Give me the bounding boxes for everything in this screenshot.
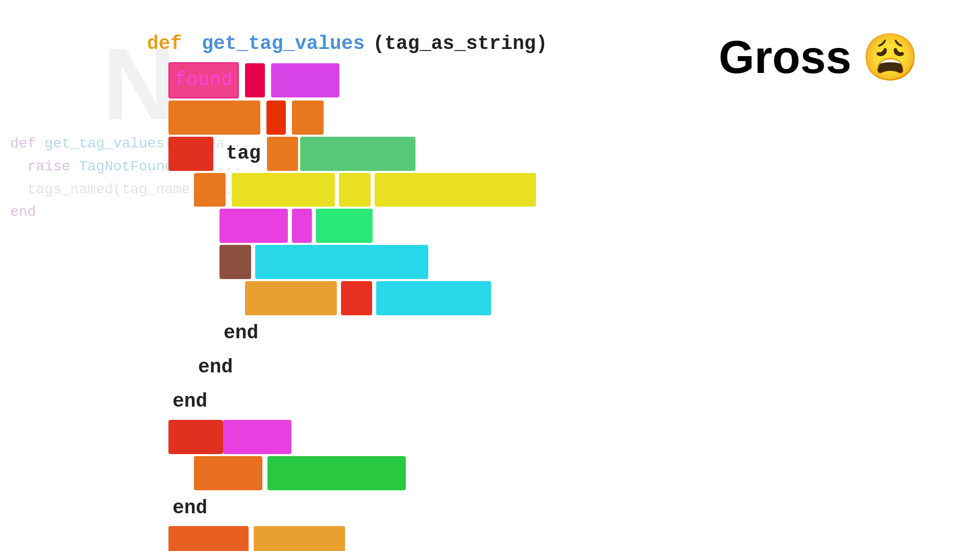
token-true: true bbox=[316, 209, 373, 243]
code-line-found-false: found = false bbox=[168, 62, 552, 98]
token-params: (tag_as_string) bbox=[369, 28, 551, 60]
code-line-end-1: end bbox=[219, 317, 552, 349]
token-tag-name: tag.name bbox=[232, 173, 335, 207]
token-results-ret: results bbox=[254, 526, 346, 551]
code-display: def get_tag_values (tag_as_string) found… bbox=[143, 28, 552, 551]
code-line-found-true: found = true bbox=[219, 209, 552, 243]
token-eq-2: = bbox=[266, 101, 286, 135]
code-line-results-push: results << tag.value bbox=[245, 281, 552, 315]
gross-emoji: 😩 bbox=[862, 31, 919, 84]
code-line-raise: raise TagNotFound bbox=[194, 456, 552, 490]
token-end-4: end bbox=[168, 492, 211, 524]
code-line-if-nil: if tag.value.nil? bbox=[219, 245, 552, 279]
token-tag-as-string: tag_as_string bbox=[375, 173, 536, 207]
token-end-1: end bbox=[219, 317, 262, 349]
code-line-return: return results bbox=[168, 526, 552, 551]
token-if-2: if bbox=[219, 245, 251, 279]
token-shovel: << bbox=[341, 281, 373, 315]
code-line-results-init: results = [] bbox=[168, 101, 552, 135]
code-line-end-3: end bbox=[168, 386, 552, 418]
token-if-1: if bbox=[194, 173, 226, 207]
token-results-1: results bbox=[168, 101, 260, 135]
token-found-1: found bbox=[168, 62, 239, 98]
token-found-3: found bbox=[223, 420, 291, 454]
token-return: return bbox=[168, 526, 249, 551]
code-line-end-2: end bbox=[194, 352, 552, 384]
token-if-bang: if ! bbox=[168, 420, 223, 454]
token-arr: [] bbox=[292, 101, 324, 135]
token-found-2: found bbox=[219, 209, 288, 243]
code-line-def: def get_tag_values (tag_as_string) bbox=[143, 28, 552, 60]
token-end-3: end bbox=[168, 386, 211, 418]
code-line-if-found: if ! found bbox=[168, 420, 552, 454]
token-in: in bbox=[267, 137, 299, 171]
token-tag-value: tag.value bbox=[376, 281, 491, 315]
token-funcname: get_tag_values bbox=[198, 28, 369, 60]
token-for: for bbox=[168, 137, 213, 171]
token-raise: raise bbox=[194, 456, 262, 490]
code-line-if-tagname: if tag.name == tag_as_string bbox=[194, 173, 552, 207]
token-def: def bbox=[143, 28, 198, 60]
token-eqeq: == bbox=[339, 173, 371, 207]
token-eq-1: = bbox=[245, 63, 265, 97]
token-tag-1: tag bbox=[222, 138, 264, 170]
token-self-tags: self.tags bbox=[300, 137, 415, 171]
token-tagnotfound: TagNotFound bbox=[267, 456, 406, 490]
token-eq-3: = bbox=[292, 209, 312, 243]
token-results-2: results bbox=[245, 281, 337, 315]
token-end-2: end bbox=[194, 352, 237, 384]
token-tag-value-nil: tag.value.nil? bbox=[255, 245, 428, 279]
gross-text: Gross bbox=[719, 31, 851, 84]
code-line-for: for tag in self.tags bbox=[168, 137, 552, 171]
token-false: false bbox=[271, 63, 339, 97]
code-line-end-4: end bbox=[168, 492, 552, 524]
gross-label: Gross 😩 bbox=[719, 31, 919, 84]
